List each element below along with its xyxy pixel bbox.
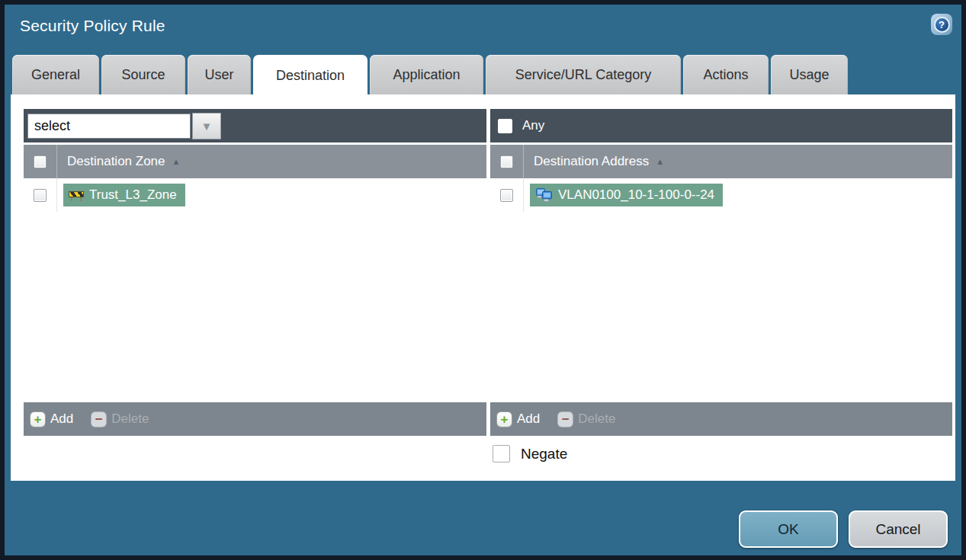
address-entry[interactable]: VLAN0100_10-1-100-0--24 bbox=[530, 184, 723, 206]
tab-general[interactable]: General bbox=[12, 55, 99, 94]
zone-select-dropdown-button[interactable]: ▼ bbox=[192, 113, 221, 139]
tab-service-url-category[interactable]: Service/URL Category bbox=[486, 55, 681, 94]
any-bar: Any bbox=[490, 109, 952, 142]
help-icon: ? bbox=[934, 17, 950, 33]
cancel-button[interactable]: Cancel bbox=[849, 510, 948, 548]
address-column-header: Destination Address ▲ bbox=[490, 145, 952, 178]
tab-destination[interactable]: Destination bbox=[253, 55, 367, 96]
address-column-title[interactable]: Destination Address bbox=[534, 154, 649, 169]
ok-button[interactable]: OK bbox=[739, 510, 838, 548]
negate-option: Negate bbox=[493, 445, 567, 462]
destination-zone-panel: ▼ Destination Zone ▲ bbox=[24, 109, 486, 436]
zone-add-button[interactable]: + Add bbox=[30, 411, 73, 427]
negate-label: Negate bbox=[521, 446, 567, 462]
tab-usage[interactable]: Usage bbox=[771, 55, 848, 94]
address-add-label: Add bbox=[517, 411, 540, 427]
delete-minus-icon: − bbox=[558, 412, 573, 427]
zone-select-input[interactable] bbox=[27, 114, 191, 139]
delete-minus-icon: − bbox=[91, 412, 106, 427]
address-select-all-checkbox[interactable] bbox=[500, 155, 513, 168]
network-computers-icon bbox=[535, 188, 553, 202]
table-row: VLAN0100_10-1-100-0--24 bbox=[490, 178, 952, 212]
zone-entry[interactable]: Trust_L3_Zone bbox=[63, 184, 185, 206]
zone-delete-label: Delete bbox=[111, 411, 149, 427]
sort-ascending-icon[interactable]: ▲ bbox=[656, 157, 664, 166]
address-list: VLAN0100_10-1-100-0--24 bbox=[490, 178, 952, 402]
chevron-down-icon: ▼ bbox=[201, 120, 213, 133]
tab-source[interactable]: Source bbox=[101, 55, 185, 94]
tab-actions[interactable]: Actions bbox=[683, 55, 769, 94]
security-policy-rule-dialog: Security Policy Rule ? General Source Us… bbox=[0, 0, 966, 560]
negate-checkbox[interactable] bbox=[493, 445, 510, 462]
zone-add-label: Add bbox=[50, 411, 73, 427]
add-plus-icon: + bbox=[30, 412, 45, 427]
dialog-title: Security Policy Rule bbox=[20, 17, 165, 35]
zone-list: Trust_L3_Zone bbox=[24, 178, 486, 402]
zone-column-header: Destination Zone ▲ bbox=[24, 145, 486, 178]
tab-application[interactable]: Application bbox=[370, 55, 483, 94]
zone-row-checkbox[interactable] bbox=[34, 189, 47, 202]
address-row-checkbox[interactable] bbox=[500, 189, 513, 202]
zone-footer-bar: + Add − Delete bbox=[24, 402, 486, 436]
address-delete-button[interactable]: − Delete bbox=[558, 411, 615, 427]
help-button[interactable]: ? bbox=[931, 14, 952, 35]
any-label[interactable]: Any bbox=[522, 118, 544, 133]
address-footer-bar: + Add − Delete bbox=[490, 402, 952, 436]
any-checkbox[interactable] bbox=[498, 119, 512, 133]
zone-entry-label: Trust_L3_Zone bbox=[89, 187, 177, 203]
zone-delete-button[interactable]: − Delete bbox=[91, 411, 149, 427]
destination-address-panel: Any Destination Address ▲ bbox=[490, 109, 952, 436]
zone-select-all-checkbox[interactable] bbox=[34, 155, 47, 168]
zone-barrier-icon bbox=[69, 190, 84, 201]
destination-tab-content: ▼ Destination Zone ▲ bbox=[11, 94, 955, 481]
address-delete-label: Delete bbox=[578, 411, 615, 427]
zone-filter-bar: ▼ bbox=[24, 109, 486, 142]
zone-column-title[interactable]: Destination Zone bbox=[67, 154, 165, 169]
add-plus-icon: + bbox=[497, 412, 512, 427]
address-entry-label: VLAN0100_10-1-100-0--24 bbox=[558, 187, 714, 203]
tab-user[interactable]: User bbox=[188, 55, 251, 94]
table-row: Trust_L3_Zone bbox=[24, 178, 486, 212]
sort-ascending-icon[interactable]: ▲ bbox=[172, 157, 181, 166]
tab-bar: General Source User Destination Applicat… bbox=[12, 55, 848, 94]
address-add-button[interactable]: + Add bbox=[497, 411, 540, 427]
